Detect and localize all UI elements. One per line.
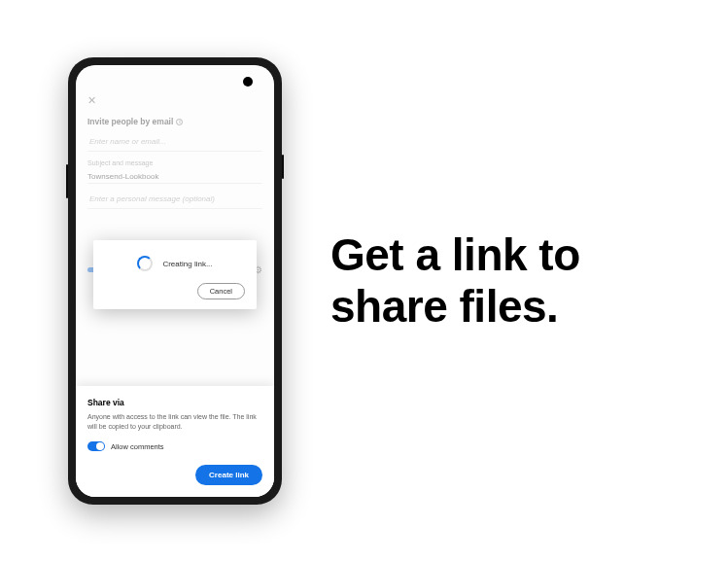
spinner-icon (137, 256, 153, 271)
create-link-button[interactable]: Create link (195, 465, 262, 485)
phone-screen: ✕ Invite people by email i Enter name or… (76, 65, 274, 497)
share-description: Anyone with access to the link can view … (87, 412, 262, 432)
phone-frame: ✕ Invite people by email i Enter name or… (68, 57, 282, 505)
share-title: Share via (87, 398, 262, 407)
allow-comments-toggle[interactable] (87, 441, 105, 451)
cancel-button[interactable]: Cancel (197, 283, 245, 299)
page-headline: Get a link to share files. (330, 229, 689, 333)
modal-text: Creating link... (162, 260, 212, 268)
camera-hole (243, 77, 253, 87)
share-sheet: Share via Anyone with access to the link… (76, 386, 274, 497)
creating-link-modal: Creating link... Cancel (93, 240, 257, 309)
allow-comments-label: Allow comments (111, 442, 164, 451)
